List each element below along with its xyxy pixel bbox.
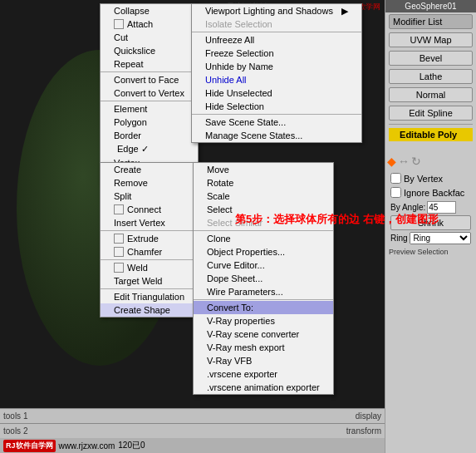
menu-convert-face[interactable]: Convert to Face	[101, 73, 198, 86]
connect-checkbox[interactable]	[114, 204, 124, 214]
divider1	[101, 71, 198, 72]
menu-vray-mesh[interactable]: V-Ray mesh export	[194, 341, 333, 354]
menu-repeat[interactable]: Repeat	[101, 57, 198, 71]
annotation-text: 第5步：选择球体所有的边 右键，创建图形	[235, 212, 439, 227]
divider3	[192, 32, 361, 32]
menu-attach[interactable]: Attach	[101, 17, 198, 31]
separator	[389, 124, 473, 125]
icon-row: ◆ ↔ ↻	[387, 155, 474, 168]
transform-icon: ◆	[387, 155, 396, 168]
right-menu: Move Rotate Scale Select Select Similar …	[193, 162, 334, 395]
menu2-remove[interactable]: Remove	[101, 176, 198, 190]
url-text: www.rjzxw.com	[59, 441, 115, 451]
toolbar1: tools 1 display	[0, 408, 385, 423]
menu-vrscene-exporter[interactable]: .vrscene exporter	[194, 367, 333, 381]
menu-scale[interactable]: Scale	[194, 190, 333, 203]
menu-wire-params[interactable]: Wire Parameters...	[194, 285, 333, 298]
menu-convert-vertex[interactable]: Convert to Vertex	[101, 86, 198, 100]
menu2-split[interactable]: Split	[101, 190, 198, 203]
divider9	[194, 299, 333, 300]
menu-vray-props[interactable]: V-Ray properties	[194, 314, 333, 327]
toolbar1-label1: tools 1	[0, 411, 31, 421]
ignore-backface-checkbox[interactable]	[390, 187, 401, 198]
plus-icon: ■	[392, 130, 397, 140]
geosphere-title: GeoSphere01	[385, 0, 476, 12]
bottom-bar: RJ软件自学网 www.rjzxw.com 120已0	[0, 438, 385, 453]
by-vertex-check[interactable]: By Vertex	[387, 171, 474, 185]
ignore-backface-check[interactable]: Ignore Backfac	[387, 185, 474, 199]
menu-move[interactable]: Move	[194, 163, 333, 176]
menu-vrscene-anim[interactable]: .vrscene animation exporter	[194, 381, 333, 394]
weld-checkbox[interactable]	[114, 263, 124, 273]
preview-selection-label: Preview Selection	[387, 246, 474, 258]
menu2-weld[interactable]: Weld	[101, 261, 198, 274]
menu-unhide-by-name[interactable]: Unhide by Name	[192, 60, 361, 73]
divider6	[101, 259, 198, 260]
rj-logo: RJ软件自学网	[3, 440, 56, 452]
ring-select[interactable]: Ring	[410, 232, 471, 244]
menu-cut[interactable]: Cut	[101, 31, 198, 44]
divider5	[101, 230, 198, 231]
menu-object-props[interactable]: Object Properties...	[194, 245, 333, 259]
left-menu: Collapse Attach Cut Quickslice Repeat Co…	[100, 3, 199, 184]
normal-btn[interactable]: Normal	[389, 87, 473, 102]
bevel-btn[interactable]: Bevel	[389, 51, 473, 66]
ring-dropdown[interactable]: Ring Ring	[390, 232, 471, 244]
toolbar2: tools 2 transform	[0, 423, 385, 438]
menu-vray-vfb[interactable]: V-Ray VFB	[194, 354, 333, 367]
menu2-connect[interactable]: Connect	[101, 203, 198, 216]
menu-hide-selection[interactable]: Hide Selection	[192, 100, 361, 113]
menu-vray-converter[interactable]: V-Ray scene converter	[194, 327, 333, 341]
extrude-checkbox[interactable]	[114, 234, 124, 244]
lathe-btn[interactable]: Lathe	[389, 69, 473, 84]
modifier-list-label: Modifier List	[389, 14, 473, 29]
divider4	[192, 114, 361, 115]
menu-quickslice[interactable]: Quickslice	[101, 44, 198, 57]
menu-rotate[interactable]: Rotate	[194, 176, 333, 190]
rotate-icon: ↻	[411, 155, 421, 168]
menu-edge[interactable]: Edge ✓	[101, 142, 198, 156]
edit-spline-btn[interactable]: Edit Spline	[389, 106, 473, 121]
menu2-edit-triangulation[interactable]: Edit Triangulation	[101, 290, 198, 303]
menu-save-scene[interactable]: Save Scene State...	[192, 116, 361, 129]
menu-polygon[interactable]: Polygon	[101, 116, 198, 129]
menu-dope-sheet[interactable]: Dope Sheet...	[194, 272, 333, 285]
menu2-insert-vertex[interactable]: Insert Vertex	[101, 216, 198, 229]
menu2-create-shape[interactable]: Create Shape	[101, 303, 198, 317]
menu-unhide-all[interactable]: Unhide All	[192, 73, 361, 86]
menu-unfreeze-all[interactable]: Unfreeze All	[192, 33, 361, 47]
menu-isolate: Isolate Selection	[192, 17, 361, 31]
toolbar1-label2: display	[352, 411, 385, 421]
menu-manage-scene[interactable]: Manage Scene States...	[192, 129, 361, 142]
menu-collapse[interactable]: Collapse	[101, 4, 198, 17]
menu2-target-weld[interactable]: Target Weld	[101, 274, 198, 288]
extra-text: 120已0	[118, 440, 145, 451]
menu2-extrude[interactable]: Extrude	[101, 232, 198, 245]
toolbar2-label1: tools 2	[0, 426, 31, 436]
menu-viewport-lighting[interactable]: Viewport Lighting and Shadows	[192, 4, 361, 17]
uvw-map-btn[interactable]: UVW Map	[389, 32, 473, 47]
left-menu2: Create Remove Split Connect Insert Verte…	[100, 162, 199, 318]
menu2-chamfer[interactable]: Chamfer	[101, 245, 198, 259]
menu-convert-to[interactable]: Convert To:	[194, 301, 333, 314]
by-vertex-checkbox[interactable]	[390, 173, 401, 184]
menu-freeze-selection[interactable]: Freeze Selection	[192, 47, 361, 60]
menu-clone[interactable]: Clone	[194, 232, 333, 245]
menu-border[interactable]: Border	[101, 129, 198, 142]
divider7	[101, 288, 198, 289]
menu2-create[interactable]: Create	[101, 163, 198, 176]
divider8	[194, 230, 333, 231]
divider2	[101, 101, 198, 101]
toolbar2-label2: transform	[343, 426, 385, 436]
menu-element[interactable]: Element	[101, 102, 198, 116]
attach-checkbox[interactable]	[114, 19, 124, 29]
move-icon: ↔	[398, 155, 410, 168]
menu-curve-editor[interactable]: Curve Editor...	[194, 259, 333, 272]
chamfer-checkbox[interactable]	[114, 247, 124, 257]
main-menu: Viewport Lighting and Shadows Isolate Se…	[191, 3, 362, 143]
editable-poly-header: ■ Editable Poly	[389, 128, 473, 141]
menu-hide-unselected[interactable]: Hide Unselected	[192, 86, 361, 100]
